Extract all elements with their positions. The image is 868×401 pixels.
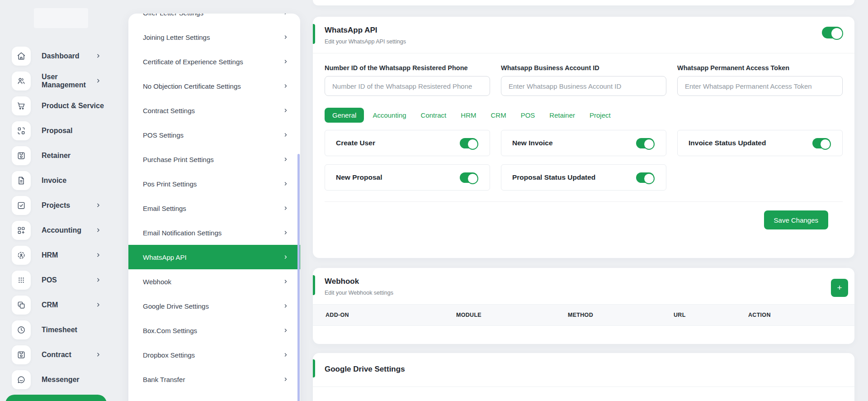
sidebar-item-hrm[interactable]: HRM <box>0 243 114 267</box>
google-drive-card: Google Drive Settings <box>313 353 854 401</box>
add-webhook-button[interactable]: + <box>831 279 848 297</box>
new-proposal-toggle[interactable] <box>460 172 478 183</box>
chevron-right-icon <box>283 205 288 211</box>
field-label: Whatsapp Permanent Access Token <box>677 64 843 72</box>
settings-scrollbar[interactable] <box>297 154 300 401</box>
sidebar-item-projects[interactable]: Projects <box>0 193 114 218</box>
chevron-right-icon <box>95 302 101 308</box>
settings-item-label: Webhook <box>143 278 283 286</box>
card-title: WhatsApp API <box>325 26 843 35</box>
sidebar-item-label: Dashboard <box>42 52 95 60</box>
invoice-status-toggle[interactable] <box>812 138 830 148</box>
chevron-right-icon <box>283 328 288 333</box>
accent-bar <box>313 359 315 377</box>
chevron-right-icon <box>283 34 288 40</box>
settings-item-label: Google Drive Settings <box>143 302 283 310</box>
settings-item-bank-transfer[interactable]: Bank Transfer <box>128 367 300 391</box>
tab-pos[interactable]: POS <box>515 108 541 123</box>
sidebar-item-label: CRM <box>42 301 95 309</box>
floppy-icon <box>12 146 31 165</box>
tab-crm[interactable]: CRM <box>485 108 512 123</box>
tab-general[interactable]: General <box>325 108 364 123</box>
sidebar-item-invoice[interactable]: Invoice <box>0 168 114 193</box>
sidebar-item-accounting[interactable]: Accounting <box>0 218 114 243</box>
chevron-right-icon <box>95 252 101 258</box>
settings-item-certificate-experience[interactable]: Certificate of Experience Settings <box>128 49 300 74</box>
settings-item-label: Offer Letter Settings <box>143 14 283 17</box>
sidebar-item-dashboard[interactable]: Dashboard <box>0 43 114 68</box>
settings-item-dropbox[interactable]: Dropbox Settings <box>128 343 300 367</box>
previous-card-bottom <box>313 0 854 5</box>
settings-item-google-drive[interactable]: Google Drive Settings <box>128 294 300 318</box>
tab-project[interactable]: Project <box>584 108 617 123</box>
chevron-right-icon <box>283 181 288 186</box>
chevron-right-icon <box>283 83 288 89</box>
sidebar-item-label: Invoice <box>42 177 114 185</box>
sidebar-item-user-management[interactable]: User Management <box>0 68 114 93</box>
sidebar-item-contract[interactable]: Contract <box>0 342 114 367</box>
sidebar-item-proposal[interactable]: Proposal <box>0 118 114 143</box>
new-invoice-toggle[interactable] <box>636 138 654 148</box>
settings-item-email-notification[interactable]: Email Notification Settings <box>128 220 300 245</box>
card-subtitle: Edit your WhatsApp API settings <box>325 38 843 45</box>
settings-item-offer-letter[interactable]: Offer Letter Settings <box>128 14 300 25</box>
settings-item-label: Pos Print Settings <box>143 180 283 188</box>
tab-retainer[interactable]: Retainer <box>543 108 581 123</box>
create-user-toggle[interactable] <box>460 138 478 148</box>
settings-item-pos-print[interactable]: Pos Print Settings <box>128 172 300 196</box>
tab-contract[interactable]: Contract <box>415 108 453 123</box>
chevron-right-icon <box>283 254 288 260</box>
toggle-proposal-status: Proposal Status Updated <box>501 164 666 191</box>
sidebar-item-crm[interactable]: CRM <box>0 292 114 317</box>
settings-item-purchase-print[interactable]: Purchase Print Settings <box>128 147 300 172</box>
settings-item-box-com[interactable]: Box.Com Settings <box>128 318 300 343</box>
field-business-account-id: Whatsapp Business Account ID <box>501 64 666 96</box>
copy-icon <box>12 296 31 315</box>
sidebar-item-label: Messenger <box>42 376 114 384</box>
settings-item-label: Contract Settings <box>143 107 283 115</box>
sidebar-bottom-button[interactable] <box>5 395 107 401</box>
card-subtitle: Edit your Webhook settings <box>325 290 843 296</box>
accent-bar <box>313 24 315 44</box>
sidebar-item-pos[interactable]: POS <box>0 267 114 292</box>
tab-hrm[interactable]: HRM <box>455 108 482 123</box>
column-header-action: ACTION <box>748 312 854 318</box>
sidebar-item-retainer[interactable]: Retainer <box>0 143 114 168</box>
users-icon <box>12 72 31 91</box>
settings-item-joining-letter[interactable]: Joining Letter Settings <box>128 25 300 49</box>
app-logo <box>34 8 88 28</box>
floppy-icon <box>12 345 31 364</box>
card-title: Webhook <box>325 277 843 286</box>
sidebar-item-messenger[interactable]: Messenger <box>0 367 114 392</box>
whatsapp-api-card: WhatsApp API Edit your WhatsApp API sett… <box>313 17 854 258</box>
settings-item-label: Email Notification Settings <box>143 229 283 237</box>
sidebar-item-label: User Management <box>42 73 95 89</box>
save-changes-button[interactable]: Save Changes <box>764 210 828 229</box>
settings-item-pos-settings[interactable]: POS Settings <box>128 123 300 147</box>
toggle-label: Invoice Status Updated <box>689 139 766 147</box>
toggle-new-proposal: New Proposal <box>325 164 490 191</box>
chevron-right-icon <box>283 377 288 382</box>
settings-item-contract-settings[interactable]: Contract Settings <box>128 98 300 123</box>
sidebar-nav: Dashboard User Management Product & Serv… <box>0 43 114 392</box>
chevron-right-icon <box>283 303 288 309</box>
access-token-input[interactable] <box>677 76 843 96</box>
sidebar-item-product-service[interactable]: Product & Service <box>0 93 114 118</box>
chevron-right-icon <box>95 53 101 59</box>
number-id-input[interactable] <box>325 76 490 96</box>
sidebar-item-timesheet[interactable]: Timesheet <box>0 317 114 342</box>
settings-item-whatsapp-api[interactable]: WhatsApp API <box>128 245 300 269</box>
whatsapp-enable-toggle[interactable] <box>822 27 843 38</box>
settings-item-label: Email Settings <box>143 205 283 212</box>
home-icon <box>12 47 31 66</box>
settings-item-label: Certificate of Experience Settings <box>143 58 283 66</box>
proposal-status-toggle[interactable] <box>636 172 654 183</box>
sidebar-item-label: Projects <box>42 201 95 210</box>
business-account-id-input[interactable] <box>501 76 666 96</box>
tab-accounting[interactable]: Accounting <box>367 108 412 123</box>
settings-item-webhook[interactable]: Webhook <box>128 269 300 294</box>
webhook-card: Webhook Edit your Webhook settings + ADD… <box>313 268 854 344</box>
settings-item-no-objection-certificate[interactable]: No Objection Certificate Settings <box>128 74 300 98</box>
settings-item-label: Dropbox Settings <box>143 351 283 359</box>
settings-item-email-settings[interactable]: Email Settings <box>128 196 300 220</box>
